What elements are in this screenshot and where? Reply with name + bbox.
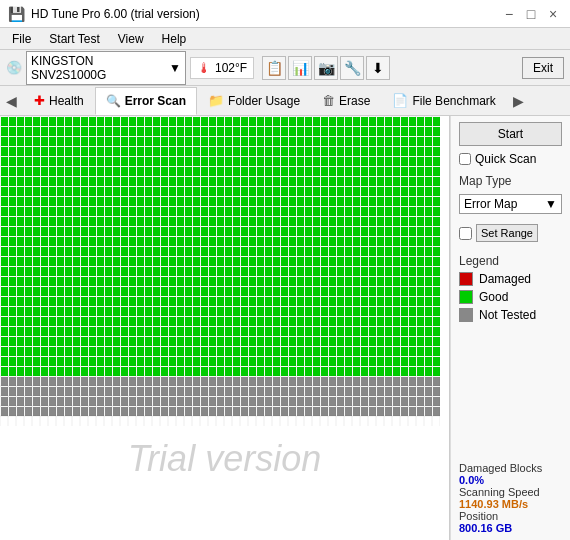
set-range-button[interactable]: Set Range	[476, 224, 538, 242]
title-bar-left: 💾 HD Tune Pro 6.00 (trial version)	[8, 6, 200, 22]
legend-damaged-color	[459, 272, 473, 286]
temperature-display: 🌡 102°F	[190, 57, 254, 79]
legend-title: Legend	[459, 254, 562, 268]
menu-file[interactable]: File	[4, 30, 39, 48]
toolbar-icon-settings[interactable]: 🔧	[340, 56, 364, 80]
toolbar-icons: 📋 📊 📷 🔧 ⬇	[262, 56, 390, 80]
tab-scroll-left[interactable]: ◀	[0, 91, 23, 111]
drive-icon: 💿	[6, 60, 22, 75]
position-value: 800.16 GB	[459, 522, 562, 534]
position-label: Position	[459, 510, 562, 522]
error-scan-tab-icon: 🔍	[106, 94, 121, 108]
quick-scan-checkbox[interactable]	[459, 153, 471, 165]
menu-view[interactable]: View	[110, 30, 152, 48]
title-bar: 💾 HD Tune Pro 6.00 (trial version) − □ ×	[0, 0, 570, 28]
legend-good-color	[459, 290, 473, 304]
map-type-label: Map Type	[459, 174, 562, 188]
folder-usage-tab-icon: 📁	[208, 93, 224, 108]
set-range-row: Set Range	[459, 224, 562, 242]
menu-help[interactable]: Help	[154, 30, 195, 48]
tab-health-label: Health	[49, 94, 84, 108]
toolbar: 💿 KINGSTON SNV2S1000G ▼ 🌡 102°F 📋 📊 📷 🔧 …	[0, 50, 570, 86]
drive-name: KINGSTON SNV2S1000G	[31, 54, 169, 82]
quick-scan-label[interactable]: Quick Scan	[475, 152, 536, 166]
erase-tab-icon: 🗑	[322, 93, 335, 108]
tab-error-scan-label: Error Scan	[125, 94, 186, 108]
tab-erase-label: Erase	[339, 94, 370, 108]
map-type-dropdown[interactable]: Error Map ▼	[459, 194, 562, 214]
tab-health[interactable]: ✚ Health	[23, 87, 95, 115]
close-button[interactable]: ×	[544, 5, 562, 23]
tab-file-benchmark[interactable]: 📄 File Benchmark	[381, 87, 506, 115]
drive-selector[interactable]: KINGSTON SNV2S1000G ▼	[26, 51, 186, 85]
legend-good-label: Good	[479, 290, 508, 304]
minimize-button[interactable]: −	[500, 5, 518, 23]
window-controls[interactable]: − □ ×	[500, 5, 562, 23]
tab-bar: ◀ ✚ Health 🔍 Error Scan 📁 Folder Usage 🗑…	[0, 86, 570, 116]
legend-section: Legend Damaged Good Not Tested	[459, 254, 562, 326]
legend-not-tested: Not Tested	[459, 308, 562, 322]
right-panel: Start Quick Scan Map Type Error Map ▼ Se…	[450, 116, 570, 540]
thermometer-icon: 🌡	[197, 60, 211, 76]
tab-scroll-right[interactable]: ▶	[507, 91, 530, 111]
main-content: Trial version Start Quick Scan Map Type …	[0, 116, 570, 540]
toolbar-icon-download[interactable]: ⬇	[366, 56, 390, 80]
scanning-speed-label: Scanning Speed	[459, 486, 562, 498]
tab-erase[interactable]: 🗑 Erase	[311, 87, 381, 115]
legend-damaged: Damaged	[459, 272, 562, 286]
legend-not-tested-label: Not Tested	[479, 308, 536, 322]
dropdown-arrow-icon: ▼	[169, 61, 181, 75]
map-type-arrow-icon: ▼	[545, 197, 557, 211]
quick-scan-row: Quick Scan	[459, 152, 562, 166]
app-title: HD Tune Pro 6.00 (trial version)	[31, 7, 200, 21]
legend-damaged-label: Damaged	[479, 272, 531, 286]
menu-start-test[interactable]: Start Test	[41, 30, 107, 48]
tab-error-scan[interactable]: 🔍 Error Scan	[95, 87, 197, 115]
health-tab-icon: ✚	[34, 93, 45, 108]
start-button[interactable]: Start	[459, 122, 562, 146]
temperature-value: 102°F	[215, 61, 247, 75]
scan-area: Trial version	[0, 116, 450, 540]
scan-grid-canvas	[0, 116, 440, 426]
menu-bar: File Start Test View Help	[0, 28, 570, 50]
damaged-blocks-value: 0.0%	[459, 474, 562, 486]
tab-folder-usage-label: Folder Usage	[228, 94, 300, 108]
tab-folder-usage[interactable]: 📁 Folder Usage	[197, 87, 311, 115]
damaged-blocks-label: Damaged Blocks	[459, 462, 562, 474]
toolbar-icon-snapshot[interactable]: 📷	[314, 56, 338, 80]
maximize-button[interactable]: □	[522, 5, 540, 23]
file-benchmark-tab-icon: 📄	[392, 93, 408, 108]
legend-not-tested-color	[459, 308, 473, 322]
stats-section: Damaged Blocks 0.0% Scanning Speed 1140.…	[459, 462, 562, 534]
map-type-value: Error Map	[464, 197, 517, 211]
trial-watermark: Trial version	[128, 438, 321, 480]
toolbar-icon-chart[interactable]: 📊	[288, 56, 312, 80]
app-icon: 💾	[8, 6, 25, 22]
legend-good: Good	[459, 290, 562, 304]
set-range-checkbox[interactable]	[459, 227, 472, 240]
exit-button[interactable]: Exit	[522, 57, 564, 79]
toolbar-icon-info[interactable]: 📋	[262, 56, 286, 80]
tab-file-benchmark-label: File Benchmark	[412, 94, 495, 108]
scanning-speed-value: 1140.93 MB/s	[459, 498, 562, 510]
